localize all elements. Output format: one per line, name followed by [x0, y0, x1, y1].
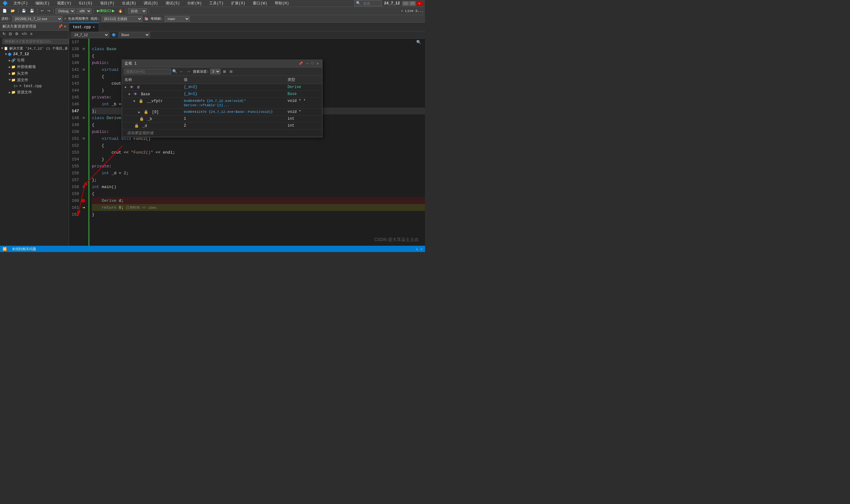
ext-deps-icon: 📁 [11, 65, 16, 69]
collapse-151[interactable]: ⊟ [83, 137, 85, 140]
menu-test[interactable]: 测试(S) [164, 0, 182, 6]
new-file-button[interactable]: 📄 [1, 8, 8, 13]
sidebar-item-headers[interactable]: ▶ 📁 头文件 [0, 70, 69, 77]
continue-button[interactable]: ▶ 继续(C) ▶ [96, 8, 116, 14]
toolbar-sep-5 [126, 8, 126, 14]
watermark: CSDN @大耳朵土土垚 [374, 237, 419, 242]
headers-icon: 📁 [11, 71, 16, 75]
menu-window[interactable]: 窗口(W) [251, 0, 269, 6]
tab-testcpp[interactable]: test.cpp ✕ [69, 22, 99, 31]
thread-select[interactable]: [61112] 主线程 [102, 16, 142, 22]
sidebar-sync-button[interactable]: ↻ [1, 31, 7, 36]
monitor-search-input[interactable] [124, 69, 171, 74]
collapse-141[interactable]: ⊟ [83, 68, 85, 71]
monitor-depth-select[interactable]: 3 [210, 69, 221, 74]
project-scope-select[interactable]: 24_7_12 [71, 32, 109, 38]
sidebar-item-resources[interactable]: ▶ 📁 资源文件 [0, 89, 69, 95]
title-bar: 🔷 文件(F) 编辑(E) 视图(V) Git(G) 项目(P) 生成(B) 调… [0, 0, 425, 7]
monitor-pin-button[interactable]: 📌 [298, 61, 304, 66]
menu-file[interactable]: 文件(F) [12, 0, 30, 6]
monitor-maximize-button[interactable]: □ [311, 61, 315, 66]
stack-select[interactable]: main [165, 16, 190, 22]
monitor-window-buttons: 📌 — □ ✕ [298, 61, 319, 66]
sidebar-close-icon[interactable]: ✕ [64, 24, 66, 29]
project-icon: 🔷 [7, 52, 12, 56]
menu-edit[interactable]: 编辑(E) [34, 0, 52, 6]
save-button[interactable]: 💾 [20, 8, 27, 13]
menu-view[interactable]: 视图(V) [55, 0, 73, 6]
monitor-forward-button[interactable]: → [186, 69, 192, 74]
tab-testcpp-label: test.cpp [73, 25, 91, 30]
menu-extensions[interactable]: 扩展(X) [229, 0, 247, 6]
undo-button[interactable]: ↩ [39, 8, 45, 13]
sidebar-filter-button[interactable]: ≡ [29, 31, 34, 36]
menu-help[interactable]: 帮助(H) [273, 0, 291, 6]
title-search-input[interactable] [361, 1, 380, 6]
save-all-button[interactable]: 💾 [29, 8, 35, 13]
thread-label: 线程: [91, 16, 100, 21]
menu-tools[interactable]: 工具(T) [207, 0, 226, 6]
monitor-window: 监视 1 📌 — □ ✕ 🔍 ← → 搜索深度: 3 ⊞ ⊟ 名称 [122, 59, 323, 137]
table-row-d: ▼ 👁 d {_d=2} Derive [122, 84, 322, 91]
line-156: int _d = 2; [92, 169, 425, 177]
process-select[interactable]: [92288] 24_7_12.exe [12, 16, 63, 22]
sidebar-collapse-button[interactable]: ⊟ [7, 31, 13, 36]
monitor-back-button[interactable]: ← [178, 69, 185, 74]
var-name-base: Base [141, 92, 150, 96]
close-button[interactable]: ✕ [416, 1, 422, 6]
var-name-d: d [137, 85, 139, 90]
expand-base[interactable]: ▼ [128, 93, 130, 96]
gutter-138: 138 ⊟ [69, 46, 88, 52]
expand-d[interactable]: ▼ [124, 86, 126, 89]
menu-analyze[interactable]: 分析(N) [185, 0, 204, 6]
sidebar-item-references[interactable]: ▶ 🔗 引用 [0, 57, 69, 64]
hot-reload-button[interactable]: 🔥 [117, 8, 124, 13]
breakpoint-160[interactable] [81, 199, 85, 202]
sidebar-item-solution[interactable]: ▼ 📋 解决方案 '24_7_12' (1 个项目,多... [0, 46, 69, 51]
sidebar-resources-label: 资源文件 [17, 90, 32, 95]
sidebar-item-project[interactable]: ▼ 🔷 24_7_12 [0, 51, 69, 57]
line-138: class Base [92, 46, 425, 52]
gutter: 137 138 ⊟ 139 140 [69, 39, 88, 246]
line-137 [92, 39, 425, 46]
menu-project[interactable]: 项目(P) [98, 0, 116, 6]
sidebar-testcpp-label: + test.cpp [19, 84, 42, 88]
sidebar-tree: ▼ 📋 解决方案 '24_7_12' (1 个项目,多... ▼ 🔷 24_7_… [0, 46, 69, 246]
collapse-148[interactable]: ⊟ [83, 116, 85, 120]
sidebar-search-input[interactable] [2, 39, 69, 44]
open-file-button[interactable]: 📂 [10, 8, 16, 13]
watch-icon-d2: 🔒 [134, 124, 139, 128]
minimize-button[interactable]: — [402, 1, 409, 6]
gutter-137: 137 [69, 39, 88, 46]
collapse-138[interactable]: ⊟ [83, 47, 85, 51]
sidebar-view-button[interactable]: </> [20, 31, 28, 36]
line-153: cout << "Func2()" << endl; [92, 149, 425, 156]
redo-button[interactable]: ↪ [46, 8, 51, 13]
scope-icon: 🔷 [112, 33, 116, 37]
sidebar-pin-icon[interactable]: 📌 [58, 24, 63, 29]
collapse-158[interactable]: ⊟ [83, 185, 85, 189]
platform-select[interactable]: x86 [76, 8, 91, 14]
build-config-select[interactable]: Debug [55, 8, 75, 14]
expand-vfptr[interactable]: ▼ [133, 100, 135, 103]
sidebar-item-ext-deps[interactable]: ▶ 📁 外部依赖项 [0, 64, 69, 70]
menu-debug[interactable]: 调试(D) [142, 0, 160, 6]
sidebar-item-testcpp[interactable]: C+ + test.cpp [0, 83, 69, 89]
add-watch-label[interactable]: 添加要监视的项 [124, 130, 156, 137]
monitor-close-button[interactable]: ✕ [315, 61, 319, 66]
expand-vfptr-0[interactable]: ▶ [138, 111, 140, 114]
monitor-minimize-button[interactable]: — [305, 61, 309, 66]
menu-git[interactable]: Git(G) [77, 1, 94, 6]
gutter-149: 149 [69, 121, 88, 128]
line-159: { [92, 190, 425, 197]
table-row-b: 🔒 _b 1 int [122, 116, 322, 123]
auto-select[interactable]: 自动 [128, 8, 147, 14]
sidebar-item-sources[interactable]: ▼ 📁 源文件 [0, 77, 69, 83]
monitor-table-button[interactable]: ⊟ [228, 69, 234, 74]
monitor-refresh-button[interactable]: ⊞ [222, 69, 227, 74]
sidebar-search-container: 🔍 [0, 37, 69, 46]
menu-build[interactable]: 生成(B) [120, 0, 138, 6]
maximize-button[interactable]: □ [409, 1, 416, 6]
sidebar-settings-button[interactable]: ⚙ [14, 31, 20, 36]
class-scope-select[interactable]: Base [119, 32, 150, 38]
